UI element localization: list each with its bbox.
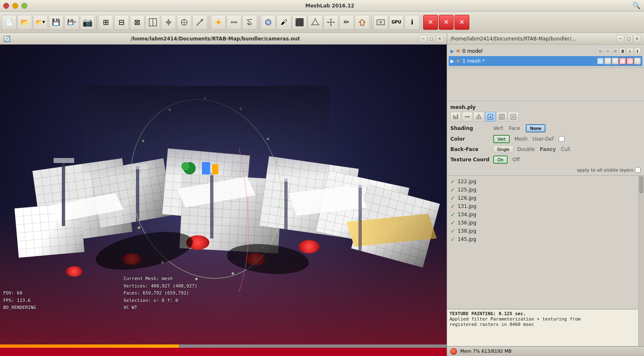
axis-button[interactable]: [192, 15, 207, 30]
log-line-3: registered rasters in 8460 msec: [450, 322, 636, 327]
shading-vert[interactable]: Vert: [493, 125, 503, 131]
edit-mesh-button[interactable]: ✏: [339, 15, 354, 30]
prop-tab-render[interactable]: [485, 112, 496, 122]
tex-name-label: 126.jpg: [458, 195, 476, 201]
prop-tab-mesh-icon[interactable]: [473, 112, 484, 122]
save-button[interactable]: 💾: [49, 15, 63, 30]
fps-text: FPS: 113.6: [3, 297, 36, 304]
titlebar: MeshLab 2016.12 🔍: [0, 0, 644, 12]
save-as-button[interactable]: 💾+: [64, 15, 79, 30]
texcoord-off[interactable]: Off: [513, 157, 520, 163]
backface-cull[interactable]: Cull: [561, 146, 570, 152]
trackball-button[interactable]: [177, 15, 192, 30]
filter-button[interactable]: [355, 15, 370, 30]
gpu-button[interactable]: GPU: [389, 15, 404, 30]
backface-double[interactable]: Double: [518, 146, 535, 152]
tex-name-label: 131.jpg: [458, 203, 476, 209]
apply-visible-checkbox[interactable]: [635, 167, 641, 173]
layer-info-btn-1[interactable]: ℹ: [634, 58, 641, 64]
maximize-viewport-button[interactable]: □: [428, 35, 435, 42]
paint-button[interactable]: 🖌: [276, 15, 291, 30]
texture-item[interactable]: ✓122.jpg: [449, 177, 637, 186]
shading-none-button[interactable]: None: [526, 124, 546, 132]
tex-name-label: 125.jpg: [458, 187, 476, 193]
layer-down-btn-1[interactable]: ↓: [627, 58, 633, 64]
move-vertex-button[interactable]: [323, 15, 338, 30]
color-mesh[interactable]: Mesh: [515, 136, 528, 142]
split-button[interactable]: [145, 15, 160, 30]
open-button[interactable]: 📂: [17, 15, 32, 30]
tex-check-icon: ✓: [450, 203, 455, 210]
measure-button[interactable]: [227, 15, 241, 30]
snapshot-button[interactable]: 📷: [80, 15, 95, 30]
prop-tab-dots[interactable]: [462, 112, 473, 122]
close-viewport-button[interactable]: ×: [436, 35, 443, 42]
layer-merge-btn-1[interactable]: ⊠: [612, 58, 618, 64]
color-checkbox[interactable]: [559, 136, 564, 142]
sun-icon-button[interactable]: [211, 15, 226, 30]
color-userdef[interactable]: User-Def: [532, 136, 554, 142]
new-button[interactable]: 📄: [2, 15, 16, 30]
texture-item[interactable]: ✓136.jpg: [449, 219, 637, 227]
minimize-viewport-button[interactable]: −: [419, 35, 427, 42]
maximize-right-button[interactable]: □: [625, 35, 632, 42]
align-button[interactable]: [161, 15, 176, 30]
search-icon[interactable]: 🔍: [632, 2, 641, 9]
layer-del-btn-1[interactable]: 🗑: [619, 58, 626, 64]
shading-label: Shading: [450, 125, 492, 131]
color-vert-button[interactable]: Vert: [493, 135, 510, 143]
layer-del-btn-0[interactable]: 🗑: [619, 48, 626, 54]
right-scrollbar[interactable]: [638, 176, 644, 346]
prop-tab-color-icon[interactable]: [496, 112, 507, 122]
layer-item-model[interactable]: ▶ 👁 0 model ⊞ ⊟ ⊠ 🗑 ↓ ℹ: [449, 46, 642, 56]
transform-button[interactable]: ⊠: [130, 15, 145, 30]
close-button[interactable]: [3, 3, 9, 9]
brush-button[interactable]: [242, 15, 257, 30]
svg-rect-35: [455, 116, 457, 119]
layer-flat-btn-1[interactable]: ⊟: [604, 58, 611, 64]
prop-tab-extra[interactable]: [508, 112, 519, 122]
viewport-titlebar: 🔄 /home/labm2414/Documents/RTAB-Map/bund…: [0, 33, 447, 45]
texcoord-on-button[interactable]: On: [493, 156, 508, 164]
backface-fancy[interactable]: Fancy: [540, 146, 556, 152]
tex-check-icon: ✓: [450, 236, 455, 243]
prop-tab-stats[interactable]: [450, 112, 461, 122]
texture-item[interactable]: ✓125.jpg: [449, 186, 637, 194]
svg-marker-44: [489, 116, 492, 118]
layer-item-mesh[interactable]: ▶ 👁 1 mesh * ⊞ ⊟ ⊠ 🗑 ↓ ℹ: [449, 56, 642, 66]
info-button[interactable]: ℹ: [405, 15, 419, 30]
close-right-button[interactable]: ×: [633, 35, 641, 42]
render-button[interactable]: [373, 15, 388, 30]
minimize-right-button[interactable]: −: [617, 35, 624, 42]
select-all-button[interactable]: ⊞: [98, 15, 113, 30]
toolbar: 📄 📂 📂▼ 💾 💾+ 📷 ⊞ ⊟ ⊠ 🖌 ⬛ ✏: [0, 12, 644, 33]
layer-copy-btn-1[interactable]: ⊞: [597, 58, 604, 64]
minimize-button[interactable]: [12, 3, 18, 9]
backface-single-button[interactable]: Single: [493, 146, 513, 153]
close-red3-button[interactable]: ✕: [454, 15, 469, 30]
mesh-name: mesh.ply: [450, 103, 641, 112]
texture-button[interactable]: ⬛: [292, 15, 307, 30]
close-red2-button[interactable]: ✕: [439, 15, 454, 30]
layer-label-0: 0 model: [462, 48, 482, 54]
layer-list: ▶ 👁 0 model ⊞ ⊟ ⊠ 🗑 ↓ ℹ ▶ 👁 1 mesh * ⊞: [447, 45, 644, 68]
texture-item[interactable]: ✓138.jpg: [449, 227, 637, 235]
scrollbar-thumb[interactable]: [639, 177, 643, 193]
close-red1-button[interactable]: ✕: [423, 15, 438, 30]
open-recent-button[interactable]: 📂▼: [33, 15, 48, 30]
color-pick-button[interactable]: [261, 15, 276, 30]
shading-face[interactable]: Face: [509, 125, 520, 131]
right-panel: /home/labm2414/Documents/RTAB-Map/bundle…: [447, 33, 644, 356]
layer-info-btn-0[interactable]: ℹ: [634, 48, 641, 54]
texture-item[interactable]: ✓131.jpg: [449, 202, 637, 210]
texture-item[interactable]: ✓134.jpg: [449, 210, 637, 219]
svg-point-10: [217, 21, 220, 24]
layer-down-btn-0[interactable]: ↓: [627, 48, 633, 54]
maximize-button[interactable]: [21, 3, 27, 9]
texture-item[interactable]: ✓145.jpg: [449, 235, 637, 243]
select-face-button[interactable]: [308, 15, 323, 30]
texture-item[interactable]: ✓126.jpg: [449, 194, 637, 202]
select-area-button[interactable]: ⊟: [114, 15, 129, 30]
3d-viewport[interactable]: FOV: 60 FPS: 113.6 BO_RENDERING Current …: [0, 45, 447, 344]
tex-check-icon: ✓: [450, 211, 455, 218]
